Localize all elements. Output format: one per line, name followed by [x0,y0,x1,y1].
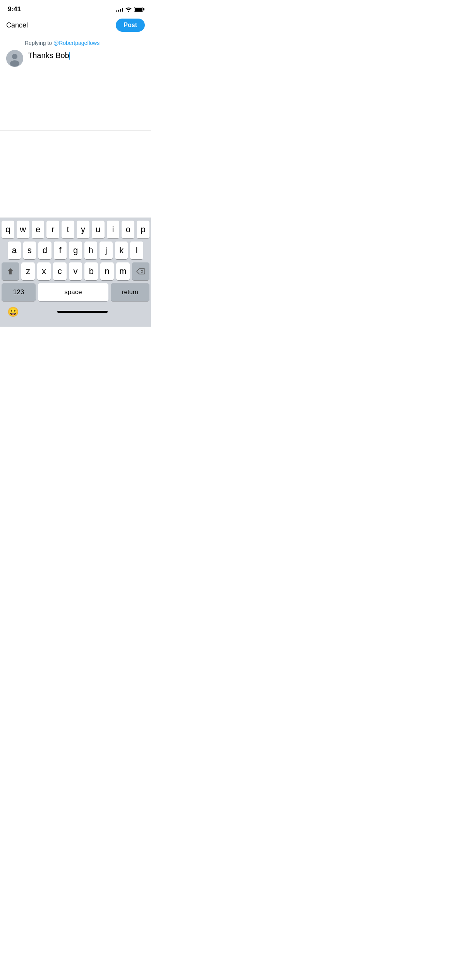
battery-icon [134,7,143,12]
key-w[interactable]: w [17,221,29,238]
key-v[interactable]: v [69,262,82,280]
keyboard-row-2: a s d f g h j k l [2,242,149,259]
post-button[interactable]: Post [116,19,145,32]
key-f[interactable]: f [54,242,67,259]
avatar [6,50,23,67]
key-l[interactable]: l [130,242,143,259]
keyboard: q w e r t y u i o p a s d f g h j k l [0,218,151,327]
svg-point-2 [10,60,19,67]
key-n[interactable]: n [100,262,114,280]
key-k[interactable]: k [115,242,128,259]
replying-to-username[interactable]: @Robertpageflows [53,40,100,46]
key-y[interactable]: y [77,221,89,238]
nav-bar: Cancel Post [0,15,151,35]
key-m[interactable]: m [116,262,130,280]
compose-text: Thanks Bob [28,48,70,60]
backspace-key[interactable] [132,262,149,280]
key-s[interactable]: s [23,242,36,259]
space-key[interactable]: space [38,283,108,301]
return-key[interactable]: return [111,283,149,301]
replying-to-label: Replying to @Robertpageflows [25,40,145,46]
status-bar: 9:41 [0,0,151,15]
key-e[interactable]: e [32,221,45,238]
keyboard-row-4: 123 space return [2,283,149,301]
status-time: 9:41 [8,5,21,13]
key-i[interactable]: i [107,221,120,238]
signal-icon [116,7,123,12]
key-a[interactable]: a [8,242,21,259]
key-u[interactable]: u [92,221,105,238]
keyboard-row-3: z x c v b n m [2,262,149,280]
key-d[interactable]: d [38,242,51,259]
key-j[interactable]: j [100,242,113,259]
svg-point-1 [12,54,17,59]
keyboard-bottom-bar: 😀 [0,303,151,327]
cancel-button[interactable]: Cancel [6,20,28,31]
text-cursor [69,52,70,60]
wifi-icon [125,7,132,12]
key-g[interactable]: g [69,242,82,259]
key-c[interactable]: c [53,262,67,280]
compose-section: Replying to @Robertpageflows Thanks Bob [0,35,151,131]
numbers-key[interactable]: 123 [2,283,36,301]
shift-key[interactable] [2,262,19,280]
keyboard-row-1: q w e r t y u i o p [2,221,149,238]
compose-row: Thanks Bob [6,50,145,127]
emoji-button[interactable]: 😀 [6,305,20,319]
home-indicator [57,311,108,313]
key-p[interactable]: p [137,221,149,238]
key-b[interactable]: b [84,262,98,280]
key-r[interactable]: r [46,221,59,238]
compose-area[interactable]: Thanks Bob [28,50,145,127]
key-q[interactable]: q [2,221,14,238]
status-icons [116,7,143,12]
compose-blank-area[interactable] [0,131,151,224]
key-o[interactable]: o [122,221,134,238]
key-z[interactable]: z [21,262,35,280]
key-t[interactable]: t [62,221,74,238]
key-h[interactable]: h [84,242,98,259]
key-x[interactable]: x [37,262,51,280]
